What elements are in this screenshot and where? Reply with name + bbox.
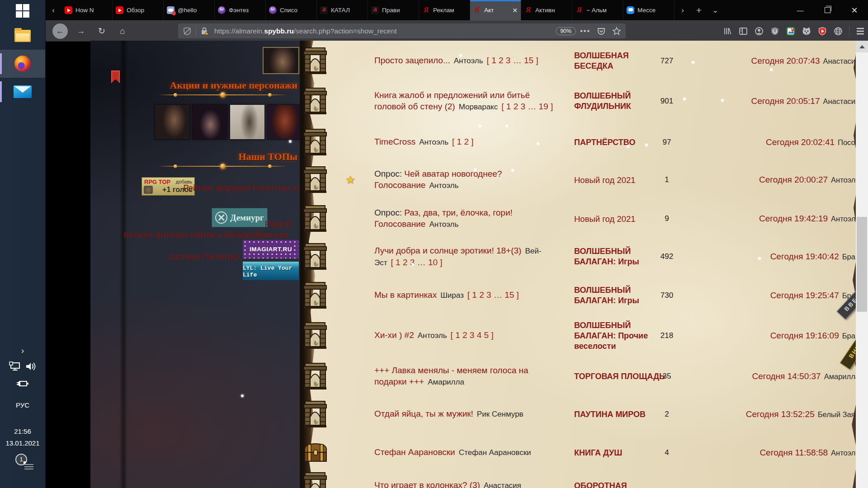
topic-link[interactable]: Лучи добра и солнце эротики! 18+(3) xyxy=(374,246,521,255)
catalog-link-line1[interactable]: Каталог фэнтези сайтов и банерообменная xyxy=(123,230,304,240)
restore-button[interactable] xyxy=(814,0,841,20)
topic-pages[interactable]: [ 1 2 3 … 19 ] xyxy=(501,102,553,111)
account-icon[interactable] xyxy=(754,26,764,36)
last-post-time[interactable]: Сегодня 11:58:58 xyxy=(760,448,828,457)
reload-button[interactable]: ↻ xyxy=(94,23,109,39)
portrait-4[interactable] xyxy=(267,104,302,140)
bookmark-ribbon-icon[interactable] xyxy=(111,70,120,83)
browser-tab[interactable]: КАТАЛ xyxy=(317,0,368,20)
library-icon[interactable] xyxy=(722,26,732,36)
tray-expand-button[interactable]: › xyxy=(0,346,45,356)
new-tab-button[interactable]: + xyxy=(691,0,707,20)
tracking-protection-shield-icon[interactable] xyxy=(183,27,192,36)
tab-list-button[interactable]: ⌄ xyxy=(707,0,723,20)
scrollbar-thumb[interactable] xyxy=(857,217,867,312)
last-post-time[interactable]: Сегодня 20:00:27 xyxy=(759,175,828,184)
rating-link[interactable]: Рейтинг форумов Forum-top.ru xyxy=(183,183,299,193)
palantir-link[interactable]: Palantir xyxy=(265,220,292,229)
topic-pages[interactable]: [ 1 2 3 … 10 ] xyxy=(391,257,443,267)
close-button[interactable]: ✕ xyxy=(841,0,868,20)
browser-tab[interactable]: Фэнтез xyxy=(215,0,266,20)
zoom-level-indicator[interactable]: 90% xyxy=(556,27,576,35)
browser-tab[interactable]: Прави xyxy=(368,0,419,20)
last-post-time[interactable]: Сегодня 20:05:17 xyxy=(751,96,820,106)
menu-icon[interactable] xyxy=(855,26,865,36)
scrollbar-track[interactable] xyxy=(856,41,868,488)
last-post-time[interactable]: Сегодня 20:02:41 xyxy=(766,137,835,147)
browser-tab[interactable]: Акт ✕ xyxy=(470,0,521,20)
browser-tab[interactable]: How N xyxy=(61,0,113,20)
replies-count: 97 xyxy=(647,138,687,147)
image-extension-icon[interactable] xyxy=(786,26,796,36)
last-post-time[interactable]: Сегодня 20:07:43 xyxy=(751,56,820,66)
tops-header: Наши ТОПы xyxy=(157,151,297,163)
privacy-badger-icon[interactable] xyxy=(802,26,811,36)
address-bar[interactable]: https://almarein.spybb.ru/search.php?act… xyxy=(178,23,626,38)
demiurg-banner[interactable]: Демиург xyxy=(212,208,268,227)
battery-icon[interactable] xyxy=(0,380,45,388)
pocket-icon[interactable] xyxy=(597,27,606,36)
bookmark-star-icon[interactable] xyxy=(612,27,621,36)
character-portrait-top[interactable] xyxy=(263,47,299,74)
sidebar-icon[interactable] xyxy=(738,26,748,36)
date[interactable]: 13.01.2021 xyxy=(0,439,45,447)
topic-link[interactable]: Что играет в колонках? (3) xyxy=(374,480,480,488)
portrait-2[interactable] xyxy=(192,104,227,140)
imagiart-banner[interactable]: IMAGIART.RU xyxy=(243,240,299,258)
browser-tab[interactable]: Мессе xyxy=(623,0,675,20)
browser-tab[interactable]: Реклам xyxy=(419,0,470,20)
last-post-time[interactable]: Сегодня 19:40:42 xyxy=(770,252,839,261)
topic-pages[interactable]: [ 1 2 3 … 15 ] xyxy=(487,56,538,65)
last-post-cell: Сегодня 20:05:17Анастасия xyxy=(689,96,859,106)
last-post-cell: Сегодня 19:16:09Бран xyxy=(689,331,859,341)
lyl-banner[interactable]: LYL: Live Your Life xyxy=(243,262,299,280)
topic-pages[interactable]: [ 1 2 3 … 15 ] xyxy=(467,290,519,300)
portrait-3[interactable] xyxy=(230,104,265,140)
last-post-time[interactable]: Сегодня 14:50:37 xyxy=(752,371,821,381)
globe-icon[interactable] xyxy=(833,26,843,36)
portrait-1[interactable] xyxy=(155,104,190,140)
topic-link[interactable]: Просто зацепило... xyxy=(374,56,450,65)
topic-pages[interactable]: [ 1 2 3 4 5 ] xyxy=(451,330,494,340)
back-button[interactable]: ← xyxy=(52,23,68,39)
browser-tab[interactable]: Списо xyxy=(266,0,317,20)
replies-count: 492 xyxy=(647,252,687,261)
browser-tab[interactable]: ~ Альм xyxy=(572,0,623,20)
clock[interactable]: 21:56 xyxy=(0,427,45,435)
topic-pages[interactable]: [ 1 2 ] xyxy=(452,137,474,146)
language-indicator[interactable]: РУС xyxy=(0,401,45,409)
last-post-time[interactable]: Сегодня 19:25:47 xyxy=(770,291,839,300)
start-button[interactable] xyxy=(0,0,45,22)
topic-link[interactable]: Отдай яйца, ты ж мужик! xyxy=(374,409,473,418)
page-actions-icon[interactable]: ••• xyxy=(580,27,590,35)
forward-button[interactable]: → xyxy=(73,23,89,39)
home-button[interactable]: ⌂ xyxy=(115,23,130,39)
topic-link[interactable]: Стефан Аарановски xyxy=(374,447,455,457)
topic-link[interactable]: Мы в картинках xyxy=(374,290,437,300)
browser-tab[interactable]: Обзор xyxy=(113,0,164,20)
minimize-button[interactable]: — xyxy=(787,0,814,20)
tab-scroll-left-button[interactable]: ‹ xyxy=(45,0,61,20)
file-explorer-button[interactable] xyxy=(0,22,45,50)
firefox-taskbar-button[interactable] xyxy=(0,50,45,78)
url-text[interactable]: https://almarein.spybb.ru/search.php?act… xyxy=(214,27,552,35)
tab-title: Реклам xyxy=(433,7,467,14)
tab-close-icon[interactable]: ✕ xyxy=(512,7,518,14)
last-post-time[interactable]: Сегодня 19:16:09 xyxy=(770,331,839,340)
topic-link[interactable]: Хи-хи ) #2 xyxy=(374,330,414,340)
ublock-icon[interactable] xyxy=(770,26,780,36)
video-shield-icon[interactable] xyxy=(817,26,827,36)
browser-tab[interactable]: Активн xyxy=(521,0,572,20)
forum-link[interactable]: ОБОРОТНАЯ xyxy=(574,481,667,488)
lock-warning-icon[interactable] xyxy=(200,27,210,36)
volume-icon[interactable] xyxy=(25,361,36,371)
last-post-time[interactable]: Сегодня 13:52:25 xyxy=(746,409,815,419)
scrollbar-up-button[interactable] xyxy=(856,41,868,52)
browser-tab[interactable]: @hello xyxy=(164,0,215,20)
mail-taskbar-button[interactable] xyxy=(0,78,45,106)
catalog-link-line2[interactable]: система Палантир xyxy=(169,252,239,262)
last-post-time[interactable]: Сегодня 19:42:19 xyxy=(759,214,828,223)
topic-link[interactable]: TimeCross xyxy=(374,137,415,146)
network-icon[interactable] xyxy=(9,361,21,371)
tab-scroll-right-button[interactable]: › xyxy=(675,0,691,20)
